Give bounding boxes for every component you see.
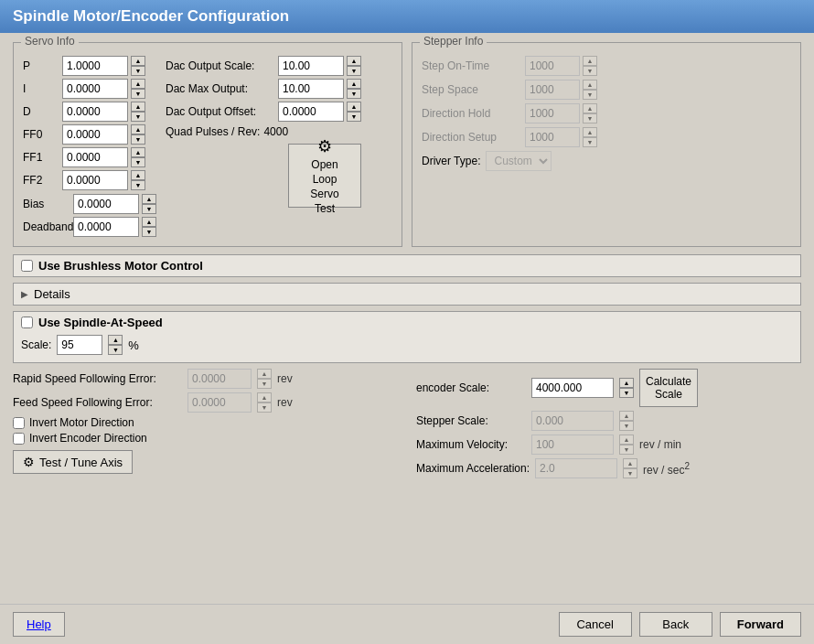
feed-speed-label: Feed Speed Following Error: xyxy=(13,396,182,409)
direction-hold-label: Direction Hold xyxy=(422,107,522,120)
feed-speed-spinner: ▲▼ xyxy=(257,392,272,413)
main-content: Servo Info P ▲▼ I ▲▼ D ▲▼ FF0 xyxy=(0,33,814,604)
ff1-spinner[interactable]: ▲▼ xyxy=(131,147,145,167)
max-velocity-row: Maximum Velocity: ▲▼ rev / min xyxy=(416,435,801,455)
d-spinner[interactable]: ▲▼ xyxy=(131,102,145,122)
ff0-input[interactable] xyxy=(62,124,128,145)
step-space-input xyxy=(525,80,580,100)
step-space-spinner: ▲▼ xyxy=(583,80,597,100)
test-tune-axis-button[interactable]: ⚙ Test / Tune Axis xyxy=(13,450,133,474)
max-acceleration-unit: rev / sec2 xyxy=(643,461,690,477)
max-velocity-input xyxy=(531,435,614,455)
max-acceleration-label: Maximum Acceleration: xyxy=(416,462,530,475)
p-label: P xyxy=(23,59,59,72)
scale-spinner[interactable]: ▲▼ xyxy=(108,335,123,355)
rapid-speed-label: Rapid Speed Following Error: xyxy=(13,372,182,385)
test-tune-label: Test / Tune Axis xyxy=(39,456,123,469)
scale-unit: % xyxy=(128,338,139,352)
dac-output-scale-spinner[interactable]: ▲▼ xyxy=(347,56,361,76)
i-label: I xyxy=(23,82,59,95)
servo-left-fields: P ▲▼ I ▲▼ D ▲▼ FF0 ▲▼ FF1 xyxy=(23,56,156,237)
d-label: D xyxy=(23,105,59,118)
invert-encoder-checkbox[interactable] xyxy=(13,433,25,445)
direction-setup-label: Direction Setup xyxy=(422,131,522,144)
stepper-info-label: Stepper Info xyxy=(420,35,487,48)
scale-label: Scale: xyxy=(21,338,51,351)
open-loop-servo-test-button[interactable]: ⚙ Open Loop Servo Test xyxy=(288,144,361,208)
ff2-spinner[interactable]: ▲▼ xyxy=(131,170,145,190)
encoder-scale-row: encoder Scale: ▲▼ Calculate Scale xyxy=(416,369,801,407)
spindle-at-speed-section: Use Spindle-At-Speed Scale: ▲▼ % xyxy=(13,311,801,363)
driver-type-label: Driver Type: xyxy=(422,155,480,167)
open-loop-line1: Open xyxy=(311,158,337,171)
brushless-motor-checkbox[interactable] xyxy=(21,260,33,272)
d-input[interactable] xyxy=(62,102,128,122)
stepper-scale-spinner: ▲▼ xyxy=(619,411,634,431)
spindle-speed-header: Use Spindle-At-Speed xyxy=(21,316,793,329)
p-input[interactable] xyxy=(62,56,128,76)
dac-output-offset-label: Dac Output Offset: xyxy=(166,105,275,118)
bias-spinner[interactable]: ▲▼ xyxy=(142,194,156,214)
details-triangle: ▶ xyxy=(21,289,28,299)
i-spinner[interactable]: ▲▼ xyxy=(131,79,145,99)
left-column: Rapid Speed Following Error: ▲▼ rev Feed… xyxy=(13,369,398,482)
invert-motor-checkbox[interactable] xyxy=(13,417,25,429)
quad-pulses-value: 4000 xyxy=(263,125,288,138)
bias-input[interactable] xyxy=(73,194,139,214)
calculate-scale-button[interactable]: Calculate Scale xyxy=(639,369,698,407)
max-velocity-unit: rev / min xyxy=(639,438,681,451)
max-velocity-label: Maximum Velocity: xyxy=(416,438,526,451)
driver-type-row: Driver Type: Custom xyxy=(422,151,791,171)
rapid-speed-input xyxy=(187,369,252,389)
details-section[interactable]: ▶ Details xyxy=(13,283,801,306)
top-row: Servo Info P ▲▼ I ▲▼ D ▲▼ FF0 xyxy=(13,42,801,247)
driver-type-select: Custom xyxy=(486,151,552,171)
ff2-input[interactable] xyxy=(62,170,128,190)
brushless-motor-section: Use Brushless Motor Control xyxy=(13,254,801,277)
deadband-label: Deadband xyxy=(23,220,70,233)
spindle-at-speed-label: Use Spindle-At-Speed xyxy=(38,316,163,329)
dac-output-scale-input[interactable] xyxy=(278,56,344,76)
dac-max-output-spinner[interactable]: ▲▼ xyxy=(347,79,361,99)
i-input[interactable] xyxy=(62,79,128,99)
max-acceleration-input xyxy=(535,458,617,478)
right-column: encoder Scale: ▲▼ Calculate Scale Steppe… xyxy=(416,369,801,482)
direction-setup-spinner: ▲▼ xyxy=(583,127,597,147)
rapid-speed-spinner: ▲▼ xyxy=(257,369,272,389)
encoder-scale-spinner[interactable]: ▲▼ xyxy=(619,378,634,398)
scale-input[interactable] xyxy=(57,335,102,355)
deadband-spinner[interactable]: ▲▼ xyxy=(142,217,156,237)
step-on-time-spinner: ▲▼ xyxy=(583,56,597,76)
stepper-scale-label: Stepper Scale: xyxy=(416,414,526,427)
ff0-spinner[interactable]: ▲▼ xyxy=(131,124,145,145)
dac-output-offset-input[interactable] xyxy=(278,102,344,122)
max-velocity-spinner: ▲▼ xyxy=(619,435,634,455)
dac-max-output-input[interactable] xyxy=(278,79,344,99)
feed-speed-row: Feed Speed Following Error: ▲▼ rev xyxy=(13,392,398,413)
step-space-label: Step Space xyxy=(422,83,522,96)
spindle-at-speed-checkbox[interactable] xyxy=(21,317,33,328)
dac-output-scale-label: Dac Output Scale: xyxy=(166,59,275,72)
encoder-scale-input[interactable] xyxy=(531,378,614,398)
max-acceleration-spinner: ▲▼ xyxy=(623,458,637,478)
cancel-button[interactable]: Cancel xyxy=(559,612,632,637)
servo-right-area: Dac Output Scale: ▲▼ Dac Max Output: ▲▼ … xyxy=(166,56,361,237)
quad-pulses-label: Quad Pulses / Rev: xyxy=(166,125,260,138)
brushless-motor-label: Use Brushless Motor Control xyxy=(38,259,203,273)
dac-output-offset-spinner[interactable]: ▲▼ xyxy=(347,102,361,122)
p-spinner[interactable]: ▲▼ xyxy=(131,56,145,76)
dac-max-output-label: Dac Max Output: xyxy=(166,82,275,95)
ff1-input[interactable] xyxy=(62,147,128,167)
ff2-label: FF2 xyxy=(23,174,59,187)
deadband-input[interactable] xyxy=(73,217,139,237)
rapid-speed-row: Rapid Speed Following Error: ▲▼ rev xyxy=(13,369,398,389)
rapid-speed-unit: rev xyxy=(277,372,293,385)
details-label: Details xyxy=(34,287,70,301)
invert-motor-row: Invert Motor Direction xyxy=(13,416,398,429)
help-button[interactable]: Help xyxy=(13,612,65,637)
encoder-scale-label: encoder Scale: xyxy=(416,381,526,394)
back-button[interactable]: Back xyxy=(639,612,712,637)
invert-encoder-row: Invert Encoder Direction xyxy=(13,432,398,445)
forward-button[interactable]: Forward xyxy=(720,612,801,637)
feed-speed-input xyxy=(187,392,252,413)
